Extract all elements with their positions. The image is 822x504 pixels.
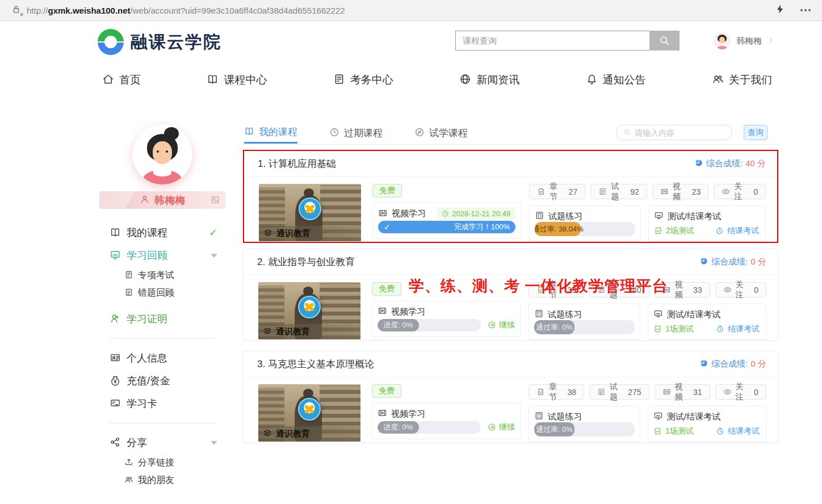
progress-text: 完成学习！100% bbox=[454, 222, 510, 232]
nav-item-home[interactable]: 首页 bbox=[102, 73, 141, 87]
final-exam-link[interactable]: 结课考试 bbox=[716, 324, 760, 334]
final-exam-link[interactable]: 结课考试 bbox=[715, 226, 759, 236]
tests-link[interactable]: 1场测试 bbox=[653, 426, 694, 436]
sidebar-label: 我的朋友 bbox=[138, 474, 174, 486]
deadline-badge: 2028-12-21 20:49 bbox=[437, 208, 515, 220]
play-icon bbox=[298, 296, 321, 318]
profile-name-banner[interactable]: 韩梅梅 bbox=[99, 191, 225, 209]
tab-expired-courses[interactable]: 过期课程 bbox=[329, 122, 383, 144]
sidebar-label: 错题回顾 bbox=[138, 287, 174, 299]
divider bbox=[110, 338, 217, 339]
eye-icon bbox=[723, 285, 732, 295]
sidebar-item-profile[interactable]: 个人信息 bbox=[110, 347, 225, 369]
insecure-lock-icon[interactable] bbox=[11, 5, 21, 16]
browser-bar: http://gxmk.weisha100.net/web/account?ui… bbox=[0, 0, 822, 21]
sidebar-item-share-link[interactable]: 分享链接 bbox=[110, 454, 225, 472]
practice-box: 试题练习 通过率: 0% bbox=[529, 304, 640, 340]
tab-trial-courses[interactable]: 试学课程 bbox=[414, 122, 468, 144]
browser-menu-icon[interactable] bbox=[800, 9, 811, 11]
tab-my-courses[interactable]: 我的课程 bbox=[244, 122, 297, 144]
nav-item-news[interactable]: 新闻资讯 bbox=[459, 73, 519, 87]
continue-link[interactable]: 继续 bbox=[488, 320, 515, 330]
main-nav: 首页 课程中心 考务中心 新闻资讯 通知公告 关于我们 bbox=[102, 64, 772, 95]
stat-videos: 视频23 bbox=[652, 184, 708, 199]
tab-label: 试学课程 bbox=[429, 127, 468, 140]
course-thumbnail[interactable]: 通识教育 bbox=[258, 384, 360, 442]
nav-label: 新闻资讯 bbox=[476, 73, 519, 87]
stat-followers: 关注0 bbox=[714, 184, 766, 199]
continue-link[interactable]: 继续 bbox=[488, 422, 515, 432]
box-title: 视频学习 bbox=[391, 409, 425, 419]
logo[interactable]: 融课云学院 bbox=[98, 29, 221, 55]
course-title: 3. 马克思主义基本原理概论 bbox=[257, 358, 374, 371]
nav-item-exam-center[interactable]: 考务中心 bbox=[333, 73, 393, 87]
course-thumbnail[interactable]: 通识教育 bbox=[259, 184, 361, 241]
nav-label: 关于我们 bbox=[729, 73, 772, 87]
course-stats: 章节38 试题275 视频31 关注0 bbox=[529, 384, 766, 400]
user-avatar bbox=[714, 32, 731, 49]
video-icon bbox=[378, 408, 387, 419]
user-name: 韩梅梅 bbox=[736, 36, 762, 47]
query-button[interactable]: 查询 bbox=[744, 125, 768, 140]
play-icon bbox=[298, 398, 321, 421]
divider bbox=[110, 423, 217, 423]
share-icon bbox=[110, 436, 121, 450]
stat-chapters: 章节27 bbox=[529, 184, 585, 199]
sidebar-item-certificate[interactable]: 学习证明 bbox=[110, 308, 225, 330]
video-progress-pill: 进度: 0% bbox=[378, 421, 419, 434]
nav-item-notice[interactable]: 通知公告 bbox=[586, 73, 646, 87]
pass-rate-pill: 通过率: 0% bbox=[534, 320, 574, 334]
video-progress-pill: 进度: 0% bbox=[378, 319, 419, 331]
sidebar: 韩梅梅 我的课程 ✓ 学习回顾 专项考试 错题回顾 学习证明 个人信息 bbox=[99, 116, 225, 489]
tests-link[interactable]: 2场测试 bbox=[654, 226, 694, 236]
sidebar-item-review[interactable]: 学习回顾 bbox=[110, 244, 225, 267]
money-bag-icon bbox=[110, 375, 121, 388]
stopwatch-icon bbox=[716, 427, 724, 436]
sidebar-item-study-card[interactable]: 学习卡 bbox=[110, 392, 225, 415]
final-exam-link[interactable]: 结课考试 bbox=[716, 426, 760, 436]
sidebar-item-my-courses[interactable]: 我的课程 ✓ bbox=[110, 221, 225, 244]
practice-box: 试题练习 通过率: 0% bbox=[529, 406, 640, 442]
id-card-icon bbox=[110, 352, 121, 365]
tests-link[interactable]: 1场测试 bbox=[653, 324, 694, 334]
nav-label: 课程中心 bbox=[224, 73, 267, 87]
address-bar[interactable]: http://gxmk.weisha100.net/web/account?ui… bbox=[27, 6, 345, 15]
free-badge: 免费 bbox=[372, 282, 401, 296]
card-icon bbox=[110, 397, 121, 410]
box-title: 试题练习 bbox=[548, 309, 582, 320]
sidebar-label: 学习卡 bbox=[127, 397, 157, 410]
exam-paper-icon bbox=[124, 270, 133, 280]
layers-icon bbox=[263, 429, 272, 439]
sidebar-item-funds[interactable]: 充值/资金 bbox=[110, 369, 225, 392]
sidebar-item-special-exam[interactable]: 专项考试 bbox=[110, 267, 225, 284]
score-value: 40 分 bbox=[745, 158, 766, 169]
course-search-input[interactable] bbox=[455, 31, 649, 51]
exam-box: 测试/结课考试 2场测试 结课考试 bbox=[648, 205, 766, 242]
sidebar-item-friends[interactable]: 我的朋友 bbox=[110, 472, 225, 489]
logo-icon bbox=[98, 29, 124, 55]
tab-label: 我的课程 bbox=[259, 125, 297, 138]
sidebar-menu: 我的课程 ✓ 学习回顾 专项考试 错题回顾 学习证明 个人信息 充值/资金 bbox=[99, 221, 225, 489]
course-thumbnail[interactable]: 通识教育 bbox=[258, 282, 360, 339]
sidebar-label: 分享链接 bbox=[138, 457, 174, 469]
nav-item-about[interactable]: 关于我们 bbox=[712, 73, 772, 87]
video-icon bbox=[378, 306, 387, 317]
course-search-button[interactable] bbox=[649, 31, 680, 51]
nav-item-course-center[interactable]: 课程中心 bbox=[207, 73, 267, 87]
content-search-input[interactable] bbox=[635, 128, 737, 137]
sidebar-label: 充值/资金 bbox=[127, 374, 170, 388]
book-icon bbox=[244, 126, 254, 138]
image-icon[interactable] bbox=[210, 195, 220, 206]
layers-icon bbox=[263, 228, 272, 238]
flash-icon[interactable] bbox=[775, 4, 786, 16]
stat-followers: 关注0 bbox=[715, 282, 767, 297]
stat-videos: 视频31 bbox=[655, 384, 710, 400]
box-title: 视频学习 bbox=[392, 208, 426, 219]
check-icon: ✓ bbox=[209, 226, 217, 239]
user-menu[interactable]: 韩梅梅 bbox=[714, 32, 774, 49]
sidebar-item-share[interactable]: 分享 bbox=[110, 431, 225, 454]
chevron-down-icon bbox=[211, 254, 217, 258]
composite-score: 综合成绩: 40 分 bbox=[694, 158, 766, 169]
stat-questions: 试题275 bbox=[589, 384, 649, 400]
sidebar-item-wrong-review[interactable]: 错题回顾 bbox=[110, 284, 225, 302]
